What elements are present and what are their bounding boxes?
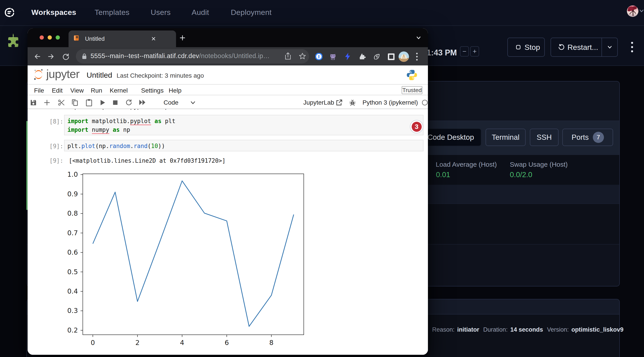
- profile-avatar[interactable]: [398, 52, 409, 62]
- tab-close-icon[interactable]: [151, 36, 156, 41]
- menu-file[interactable]: File: [34, 87, 44, 94]
- restart-kernel-icon[interactable]: [125, 99, 132, 106]
- bookmark-star-icon[interactable]: [299, 53, 306, 60]
- forward-icon[interactable]: [48, 53, 54, 60]
- menu-help[interactable]: Help: [169, 87, 182, 94]
- interrupt-kernel-icon[interactable]: [112, 100, 118, 106]
- kebab-dot: [631, 42, 633, 44]
- build-version-value: optimistic_liskov9: [572, 326, 624, 333]
- output-9-prompt: [9]:: [50, 157, 64, 164]
- build-info-row: Reason: initiator Duration: 14 seconds V…: [406, 326, 624, 333]
- svg-text:8: 8: [269, 339, 274, 346]
- paste-cell-icon[interactable]: [86, 99, 92, 106]
- cell-8-prompt: [8]:: [50, 118, 64, 125]
- browser-window: Untitled 5555--main--test--matifali.atif…: [28, 28, 428, 355]
- omnibox[interactable]: 5555--main--test--matifali.atif.cdr.dev/…: [76, 49, 309, 64]
- build-reason-value: initiator: [457, 326, 479, 333]
- cell-9-prompt: [9]:: [50, 143, 64, 150]
- nav-templates[interactable]: Templates: [94, 8, 130, 17]
- share-icon[interactable]: [284, 52, 291, 60]
- code-line[interactable]: import numpy as np: [68, 126, 423, 134]
- cell-9-input[interactable]: plt.plot(np.random.rand(10)): [64, 140, 424, 151]
- user-menu-chevron-icon[interactable]: [639, 8, 644, 13]
- traffic-minimize-button[interactable]: [48, 36, 52, 40]
- traffic-zoom-button[interactable]: [56, 36, 60, 40]
- back-icon[interactable]: [34, 53, 41, 60]
- run-all-icon[interactable]: [139, 99, 146, 106]
- github-octocat-extension-icon[interactable]: [329, 53, 336, 60]
- tab-title: Untitled: [85, 36, 104, 42]
- ssh-label: SSH: [537, 133, 552, 142]
- cut-cell-icon[interactable]: [58, 99, 65, 106]
- jupyter-wordmark: jupyter: [46, 67, 80, 80]
- restart-workspace-button[interactable]: Restart...: [551, 43, 602, 52]
- copy-cell-icon[interactable]: [72, 99, 78, 106]
- swap-usage-label: Swap Usage (Host): [510, 161, 568, 168]
- svg-text:0: 0: [91, 339, 95, 346]
- leaf-energy-extension-icon[interactable]: [373, 53, 380, 60]
- ports-button[interactable]: Ports 7: [562, 129, 613, 146]
- external-link-icon[interactable]: [336, 99, 342, 106]
- schedule-decrease-button[interactable]: −: [460, 46, 469, 56]
- stop-label: Stop: [524, 43, 540, 52]
- checkpoint-status: Last Checkpoint: 3 minutes ago: [116, 72, 204, 79]
- nav-audit[interactable]: Audit: [192, 8, 209, 17]
- menu-settings[interactable]: Settings: [141, 87, 164, 94]
- save-icon[interactable]: [30, 99, 37, 106]
- agent-connected-indicator: [26, 121, 28, 210]
- svg-text:0.8: 0.8: [67, 210, 78, 217]
- notebook-cells-area: import matplotlib.pyplot as plt [8]: imp…: [28, 109, 428, 355]
- stop-workspace-button[interactable]: Stop: [507, 38, 545, 57]
- reload-icon[interactable]: [62, 53, 70, 60]
- cell-type-chevron-icon: [190, 101, 196, 105]
- code-line[interactable]: import matplotlib.pyplot as plt: [68, 117, 423, 126]
- split-screen-extension-icon[interactable]: [388, 53, 395, 60]
- restart-options-chevron[interactable]: [602, 44, 617, 50]
- trusted-button[interactable]: Trusted: [402, 86, 422, 94]
- browser-tab[interactable]: Untitled: [68, 30, 176, 47]
- user-avatar[interactable]: [627, 5, 638, 17]
- build-version-label: Version:: [547, 326, 569, 333]
- tab-list-chevron-icon[interactable]: [416, 35, 422, 41]
- menu-kernel[interactable]: Kernel: [110, 87, 128, 94]
- browser-toolbar: 5555--main--test--matifali.atif.cdr.dev/…: [28, 47, 428, 66]
- cell-8-input[interactable]: import matplotlib.pyplot as pltimport nu…: [64, 115, 424, 135]
- output-9-text: [<matplotlib.lines.Line2D at 0x7fd03f191…: [69, 157, 226, 164]
- kernel-status-icon[interactable]: [422, 100, 428, 106]
- new-tab-button[interactable]: [180, 35, 185, 41]
- nav-users[interactable]: Users: [151, 8, 171, 17]
- menu-edit[interactable]: Edit: [52, 87, 62, 94]
- notebook-title[interactable]: Untitled: [86, 71, 112, 80]
- traffic-close-button[interactable]: [40, 36, 44, 40]
- swap-usage-value: 0.0/2.0: [510, 170, 532, 179]
- browser-menu-kebab[interactable]: [416, 51, 418, 62]
- menu-view[interactable]: View: [70, 87, 84, 94]
- screen: Workspaces Templates Users Audit Deploym…: [0, 0, 644, 357]
- coder-logo-icon[interactable]: [4, 7, 15, 18]
- ports-label: Ports: [572, 133, 588, 142]
- ssh-button[interactable]: SSH: [530, 129, 558, 146]
- extensions-puzzle-icon[interactable]: [359, 53, 366, 60]
- jupyter-logo-icon: [34, 68, 44, 80]
- code-line[interactable]: plt.plot(np.random.rand(10)): [68, 142, 423, 150]
- load-average-label: Load Average (Host): [436, 161, 497, 168]
- menu-run[interactable]: Run: [91, 87, 102, 94]
- lightning-extension-icon[interactable]: [344, 52, 351, 60]
- kebab-dot: [416, 56, 418, 58]
- nav-workspaces[interactable]: Workspaces: [32, 8, 76, 17]
- jupyterlab-link[interactable]: JupyterLab: [303, 99, 334, 106]
- kebab-dot: [416, 59, 418, 60]
- nav-deployment[interactable]: Deployment: [231, 8, 272, 17]
- debugger-bug-icon[interactable]: [349, 99, 356, 106]
- workspace-kebab-menu[interactable]: [631, 42, 633, 54]
- terminal-button[interactable]: Terminal: [486, 129, 526, 146]
- run-cell-icon[interactable]: [100, 99, 106, 106]
- restart-workspace-split-button[interactable]: Restart...: [550, 38, 618, 57]
- svg-text:0.5: 0.5: [67, 268, 78, 276]
- kernel-name[interactable]: Python 3 (ipykernel): [362, 99, 418, 106]
- add-cell-icon[interactable]: [44, 99, 50, 106]
- cell-type-select[interactable]: Code: [164, 99, 178, 106]
- jupyter-header: jupyter Untitled Last Checkpoint: 3 minu…: [28, 66, 428, 84]
- password-manager-extension-icon[interactable]: [315, 53, 322, 60]
- schedule-increase-button[interactable]: +: [470, 46, 479, 56]
